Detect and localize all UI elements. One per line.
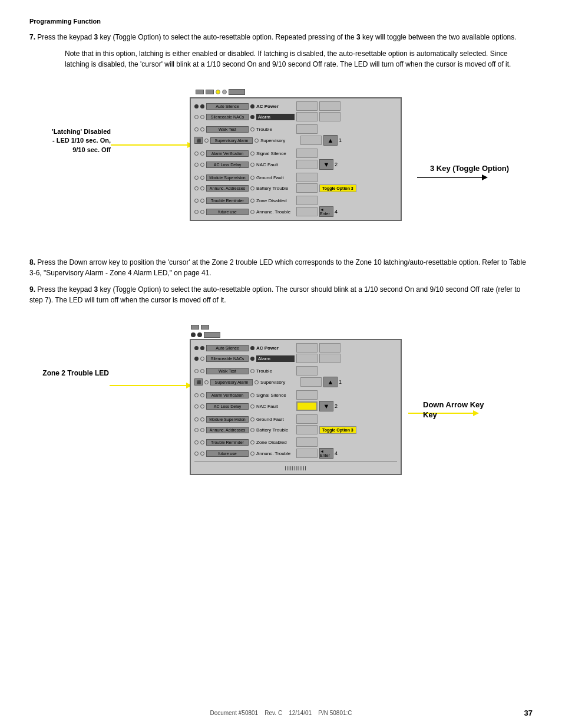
p2-btn-auto-silence: Auto Silence: [206, 345, 249, 351]
p2-row-silenceable: Silenceable NACs Alarm: [194, 354, 397, 363]
dot16: [200, 163, 204, 167]
step-7-text3: key will toggle between the two availabl…: [361, 33, 517, 41]
p2-btn-future-use: future use: [206, 450, 249, 457]
p2-btn-module-sup: Module Supervision: [206, 416, 249, 423]
p2-btn-walk-test: Walk Test: [206, 368, 249, 374]
dot2: [200, 104, 204, 108]
box5: [296, 124, 318, 134]
toggle-btn-1: Toggle Option 3: [319, 185, 356, 192]
p2-dot24: [194, 440, 199, 444]
step-7-text: Press the keypad: [37, 33, 94, 41]
dot18: [194, 176, 199, 180]
nav-down-btn: ▼: [319, 159, 333, 170]
step-9-number: 9.: [29, 285, 35, 294]
dot4: [194, 115, 199, 119]
enter-group-1: ◄ Enter 4: [319, 206, 338, 217]
p2-dot6: [250, 357, 254, 361]
step-8-text: Press the Down arrow key to position the…: [29, 258, 526, 277]
diagram2-left-arrow: [110, 380, 192, 391]
module-key: ⬛: [194, 137, 203, 144]
p2-dot26: [250, 440, 254, 444]
p2-box6: [300, 377, 322, 387]
p2-dot17: [250, 404, 254, 409]
p2-dot20: [250, 417, 254, 421]
panel-wavy: [229, 89, 245, 95]
steps-section: 8. Press the Down arrow key to position …: [29, 257, 533, 305]
row-supervisory-alarm: ⬛ Supervisory Alarm Supervisory ▲ 1: [194, 135, 397, 146]
p2-dot13: [200, 393, 204, 397]
dot3: [250, 104, 254, 108]
p2-nav-up-btn: ▲: [323, 377, 338, 387]
led-gray: [222, 90, 227, 94]
p2-dot8: [200, 369, 204, 373]
diagram1-left-arrow: [111, 139, 193, 151]
p2-nav-down-num: 2: [335, 403, 338, 409]
dot21: [194, 186, 199, 190]
dot1: [194, 104, 199, 108]
dot28: [200, 210, 204, 214]
indicator-o: [206, 90, 214, 94]
row-module-supervision: Module Supervision Ground Fault: [194, 173, 397, 182]
step-8: 8. Press the Down arrow key to position …: [29, 257, 533, 278]
p2-led-dark2: [197, 332, 202, 337]
p2-nav-down-group: ▼ 2: [319, 401, 338, 411]
lbl-annunc-trouble: Annunc. Trouble: [256, 209, 295, 215]
p2-lbl-battery-trouble: Battery Trouble: [256, 427, 295, 433]
diagram-2: Zone 2 Trouble LED: [29, 316, 533, 487]
diagram1-left-label: 'Latching' Disabled- LED 1/10 sec. On,9/…: [29, 127, 111, 154]
p2-lbl-supervisory: Supervisory: [260, 380, 299, 385]
step-7-key2: 3: [356, 33, 361, 41]
p2-row-annunc-addr: Annunc. Addresses Battery Trouble Toggle…: [194, 425, 397, 434]
diagram-1: 'Latching' Disabled- LED 1/10 sec. On,9/…: [29, 80, 533, 239]
row-auto-silence: Auto Silence AC Power: [194, 101, 397, 111]
box6: [300, 136, 322, 145]
row-silenceable-nacs: Silenceable NACs Alarm: [194, 112, 397, 121]
btn-supervisory-alarm: Supervisory Alarm: [210, 137, 253, 144]
p2-lbl-alarm: Alarm: [256, 355, 295, 362]
p2-enter-btn: ◄ Enter: [319, 448, 333, 459]
lbl-nac-fault: NAC Fault: [256, 162, 295, 167]
p2-nav-down-btn: ▼: [319, 401, 333, 411]
diagram1-right-arrow: [417, 172, 488, 183]
p2-btn-sup-alarm: Supervisory Alarm: [210, 379, 253, 386]
dot11: [254, 139, 259, 143]
footer-rev: Rev. C: [265, 710, 282, 716]
box1: [296, 101, 318, 111]
dot5: [200, 115, 204, 119]
p2-box11: [296, 437, 318, 447]
lbl-zone-disabled: Zone Disabled: [256, 198, 295, 203]
control-panel-2: Auto Silence AC Power Silenceable NACs A…: [190, 325, 402, 475]
nav-up-group: ▲ 1: [323, 135, 342, 146]
panel-body-1: Auto Silence AC Power Silenceable NACs A…: [190, 97, 402, 221]
p2-dot14: [250, 393, 254, 397]
step-9: 9. Press the keypad 3 key (Toggle Option…: [29, 284, 533, 305]
dot20: [250, 176, 254, 180]
p2-btn-ac-loss: AC Loss Delay: [206, 403, 249, 410]
nav-up-num: 1: [339, 137, 342, 143]
p2-indicator-f: [191, 325, 199, 330]
step-9-text2: key (Toggle Option) to select the auto-r…: [29, 285, 520, 304]
p2-dot2: [200, 346, 204, 350]
p2-btn-annunc-addr: Annunc. Addresses: [206, 427, 249, 433]
footer-date: 12/14/01: [289, 710, 312, 716]
lbl-supervisory: Supervisory: [260, 138, 299, 143]
box8: [296, 160, 318, 169]
p2-enter-group: ◄ Enter 4: [319, 448, 338, 459]
p2-dot7: [194, 369, 199, 373]
box7: [296, 149, 318, 158]
btn-ac-loss: AC Loss Delay: [206, 162, 249, 168]
section-header: Programming Function: [29, 18, 533, 25]
dot27: [194, 210, 199, 214]
dot9: [250, 127, 254, 131]
p2-row-module-sup: Module Supervision Ground Fault: [194, 414, 397, 424]
row-future-use: future use Annunc. Trouble ◄ Enter 4: [194, 206, 397, 217]
panel2-top: [190, 325, 402, 330]
lbl-battery-trouble: Battery Trouble: [256, 186, 295, 191]
p2-indicator-o: [201, 325, 209, 330]
dot6: [250, 115, 254, 119]
p2-box12: [296, 449, 318, 458]
p2-box7: [296, 390, 318, 400]
p2-led-dark: [191, 332, 196, 337]
p2-dot3: [250, 346, 254, 350]
p2-dot21: [194, 428, 199, 432]
